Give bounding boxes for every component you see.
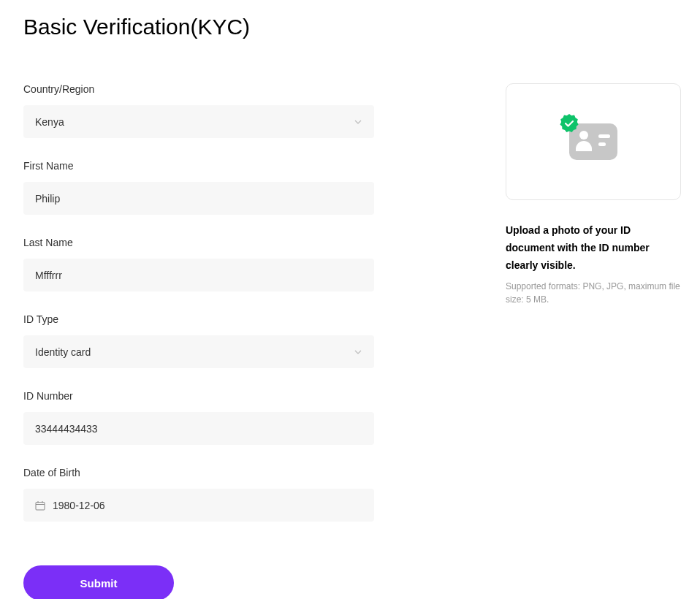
last-name-group: Last Name	[23, 237, 374, 291]
first-name-label: First Name	[23, 160, 374, 172]
first-name-group: First Name	[23, 160, 374, 215]
id-number-group: ID Number	[23, 390, 374, 445]
id-card-icon	[569, 123, 617, 160]
avatar-head-shape	[579, 131, 588, 140]
submit-button[interactable]: Submit	[23, 565, 174, 599]
verified-badge-icon	[559, 113, 579, 134]
id-type-group: ID Type Identity card	[23, 313, 374, 368]
upload-box[interactable]	[506, 83, 681, 200]
content-wrapper: Country/Region Kenya First Name Last Nam…	[23, 83, 677, 599]
chevron-down-icon	[354, 348, 362, 356]
date-of-birth-group: Date of Birth 1980-12-06	[23, 467, 374, 522]
page-title: Basic Verification(KYC)	[23, 15, 677, 39]
upload-column: Upload a photo of your ID document with …	[506, 83, 681, 306]
date-of-birth-value: 1980-12-06	[53, 500, 105, 511]
id-type-select[interactable]: Identity card	[23, 335, 374, 368]
date-of-birth-input[interactable]: 1980-12-06	[23, 489, 374, 522]
country-region-label: Country/Region	[23, 83, 374, 95]
last-name-label: Last Name	[23, 237, 374, 248]
chevron-down-icon	[354, 118, 362, 126]
last-name-input[interactable]	[23, 259, 374, 291]
country-region-value: Kenya	[35, 116, 64, 128]
country-region-group: Country/Region Kenya	[23, 83, 374, 138]
svg-rect-0	[36, 502, 45, 510]
id-card-line	[598, 142, 606, 146]
id-number-label: ID Number	[23, 390, 374, 402]
country-region-select[interactable]: Kenya	[23, 105, 374, 138]
id-card-line	[598, 134, 610, 138]
id-number-input[interactable]	[23, 412, 374, 445]
calendar-icon	[35, 500, 45, 511]
first-name-input[interactable]	[23, 182, 374, 215]
upload-title: Upload a photo of your ID document with …	[506, 222, 681, 274]
date-of-birth-label: Date of Birth	[23, 467, 374, 478]
form-column: Country/Region Kenya First Name Last Nam…	[23, 83, 374, 599]
upload-subtitle: Supported formats: PNG, JPG, maximum fil…	[506, 280, 681, 306]
id-type-label: ID Type	[23, 313, 374, 325]
avatar-body-shape	[576, 141, 592, 151]
id-type-value: Identity card	[35, 346, 91, 358]
